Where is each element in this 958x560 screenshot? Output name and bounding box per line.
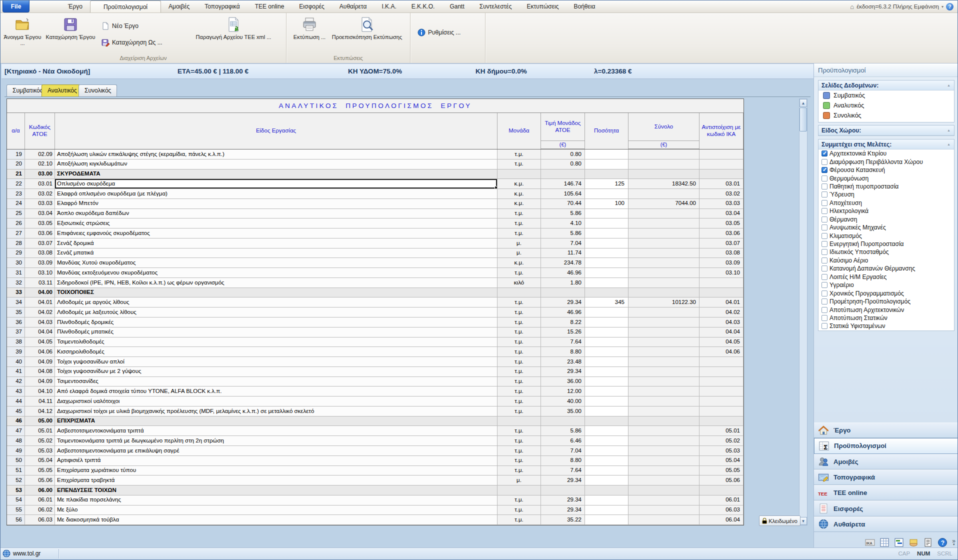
cell-qty-row23[interactable] [585, 189, 628, 199]
cell-ika-row42[interactable] [700, 377, 744, 387]
study-item-17[interactable]: Χρονικός Προγραμματισμός [818, 289, 954, 297]
cell-qty-row21[interactable] [585, 170, 628, 180]
study-item-16[interactable]: Υγραέριο [818, 281, 954, 289]
cell-ika-row31[interactable]: 03.10 [700, 268, 744, 278]
cell-price-row40[interactable]: 23.48 [541, 357, 585, 367]
cell-ika-row32[interactable] [700, 278, 744, 288]
cell-desc-row21[interactable]: ΣΚΥΡΟΔΕΜΑΤΑ [55, 170, 498, 180]
cell-ika-row24[interactable]: 03.03 [700, 199, 744, 209]
cell-ika-row41[interactable] [700, 367, 744, 377]
cell-unit-row21[interactable] [498, 170, 541, 180]
cell-price-row29[interactable]: 11.74 [541, 248, 585, 258]
version-label[interactable]: έκδοση=6.3.2 Πλήρης Εμφάνιση [856, 4, 939, 10]
cell-qty-row30[interactable] [585, 258, 628, 268]
cell-aa-row40[interactable]: 40 [7, 357, 25, 367]
cell-ika-row43[interactable] [700, 386, 744, 396]
menu-item-2[interactable]: Αμοιβές [161, 0, 197, 12]
cell-desc-row36[interactable]: Πλινθοδομές δρομικές [55, 318, 498, 328]
cell-desc-row31[interactable]: Μανδύας εκτοξευόμενου σκυροδέματος [55, 268, 498, 278]
checkbox-unchecked-icon[interactable] [822, 184, 828, 190]
cell-aa-row41[interactable]: 41 [7, 367, 25, 377]
cell-price-row53[interactable] [541, 486, 585, 496]
cell-unit-row36[interactable]: τ.μ. [498, 318, 541, 328]
cell-desc-row29[interactable]: Σενάζ μπατικά [55, 248, 498, 258]
study-item-14[interactable]: Κατανομή Δαπανών Θέρμανσης [818, 264, 954, 272]
study-item-20[interactable]: Αποτύπωση Στατικών [818, 314, 954, 322]
print-preview-button[interactable]: Προεπισκόπηση Εκτύπωσης [330, 14, 404, 54]
cell-code-row27[interactable]: 03.06 [25, 228, 55, 238]
cell-ika-row45[interactable] [700, 406, 744, 416]
cell-unit-row28[interactable]: μ. [498, 238, 541, 248]
studies-header[interactable]: Συμμετέχει στις Μελέτες:▲ [818, 140, 954, 150]
study-item-18[interactable]: Προμέτρηση-Προϋπολογισμός [818, 298, 954, 306]
cell-ika-row55[interactable]: 06.03 [700, 506, 744, 516]
checkbox-unchecked-icon[interactable] [822, 159, 828, 165]
cell-qty-row48[interactable] [585, 436, 628, 446]
cell-desc-row35[interactable]: Λιθοδομές με λαξευτούς λίθους [55, 308, 498, 318]
cell-qty-row19[interactable] [585, 150, 628, 160]
cell-total-row48[interactable] [628, 436, 700, 446]
cell-qty-row52[interactable] [585, 476, 628, 486]
cell-desc-row25[interactable]: Άοπλο σκυρόδεμα δαπέδων [55, 209, 498, 219]
cell-price-row56[interactable]: 35.22 [541, 515, 585, 525]
cell-ika-row22[interactable]: 03.01 [700, 179, 744, 189]
study-item-11[interactable]: Ενεργητική Πυροπροστασία [818, 240, 954, 248]
checkbox-unchecked-icon[interactable] [822, 233, 828, 239]
cell-ika-row52[interactable]: 05.06 [700, 476, 744, 486]
cell-total-row28[interactable] [628, 238, 700, 248]
cell-price-row41[interactable]: 29.34 [541, 367, 585, 377]
nav-item-2[interactable]: Αμοιβές [814, 454, 958, 470]
cell-desc-row49[interactable]: Ασβεστοτσιμεντοκονιάματα με επικάλυψη σα… [55, 446, 498, 456]
notes-icon[interactable] [923, 538, 933, 548]
cell-code-row42[interactable]: 04.09 [25, 377, 55, 387]
cell-aa-row24[interactable]: 24 [7, 199, 25, 209]
checkbox-unchecked-icon[interactable] [822, 274, 828, 280]
cell-ika-row56[interactable]: 06.04 [700, 515, 744, 525]
cell-qty-row54[interactable] [585, 496, 628, 506]
cell-price-row26[interactable]: 4.10 [541, 218, 585, 228]
cell-code-row39[interactable]: 04.06 [25, 347, 55, 357]
cell-unit-row56[interactable]: τ.μ. [498, 515, 541, 525]
cell-unit-row42[interactable]: τ.μ. [498, 377, 541, 387]
cell-ika-row54[interactable]: 06.01 [700, 496, 744, 506]
cell-code-row49[interactable]: 05.03 [25, 446, 55, 456]
website-link[interactable]: www.tol.gr [13, 550, 40, 557]
cell-desc-row54[interactable]: Με πλακίδια πορσελάνης [55, 496, 498, 506]
cell-qty-row44[interactable] [585, 396, 628, 406]
ika-icon[interactable]: ΙΚΑ [865, 538, 875, 548]
cell-aa-row38[interactable]: 38 [7, 338, 25, 348]
overflow-chevron-icon[interactable]: »▾ [952, 539, 956, 546]
nav-item-0[interactable]: Έργο [814, 422, 958, 438]
study-item-19[interactable]: Αποτύπωση Αρχιτεκτονικών [818, 306, 954, 314]
cell-price-row23[interactable]: 105.64 [541, 189, 585, 199]
cell-desc-row26[interactable]: Εξισωτικές στρώσεις [55, 218, 498, 228]
cell-price-row52[interactable]: 29.34 [541, 476, 585, 486]
cell-qty-row40[interactable] [585, 357, 628, 367]
cell-ika-row48[interactable]: 05.02 [700, 436, 744, 446]
cell-ika-row39[interactable]: 04.06 [700, 347, 744, 357]
cell-qty-row51[interactable] [585, 466, 628, 476]
checkbox-unchecked-icon[interactable] [822, 192, 828, 198]
cell-desc-row48[interactable]: Τσιμεντοκονιάματα τριπτά με διωγκωμένο π… [55, 436, 498, 446]
study-item-3[interactable]: Θερμομόνωση [818, 174, 954, 182]
page-legend-item-1[interactable]: Αναλυτικός [818, 100, 954, 110]
cell-code-row41[interactable]: 04.08 [25, 367, 55, 377]
help-icon[interactable]: ? [946, 3, 954, 10]
cell-desc-row40[interactable]: Τοίχοι γυψοσανίδων απλοί [55, 357, 498, 367]
cell-ika-row29[interactable]: 03.08 [700, 248, 744, 258]
cell-aa-row19[interactable]: 19 [7, 150, 25, 160]
cell-desc-row39[interactable]: Κισσηρολιθοδομές [55, 347, 498, 357]
cell-desc-row53[interactable]: ΕΠΕΝΔΥΣΕΙΣ ΤΟΙΧΩΝ [55, 486, 498, 496]
checkbox-unchecked-icon[interactable] [822, 315, 828, 321]
print-button[interactable]: Εκτύπωση ... [288, 14, 330, 54]
cell-desc-row45[interactable]: Διαχωριστικοί τοίχοι με υλικά βιομηχανικ… [55, 406, 498, 416]
cell-code-row56[interactable]: 06.03 [25, 515, 55, 525]
cell-total-row27[interactable] [628, 228, 700, 238]
cell-ika-row35[interactable]: 04.02 [700, 308, 744, 318]
cell-total-row40[interactable] [628, 357, 700, 367]
cell-aa-row46[interactable]: 46 [7, 416, 25, 426]
cell-aa-row55[interactable]: 55 [7, 506, 25, 516]
cell-aa-row36[interactable]: 36 [7, 318, 25, 328]
cell-unit-row47[interactable]: τ.μ. [498, 426, 541, 436]
cell-code-row53[interactable]: 06.00 [25, 486, 55, 496]
